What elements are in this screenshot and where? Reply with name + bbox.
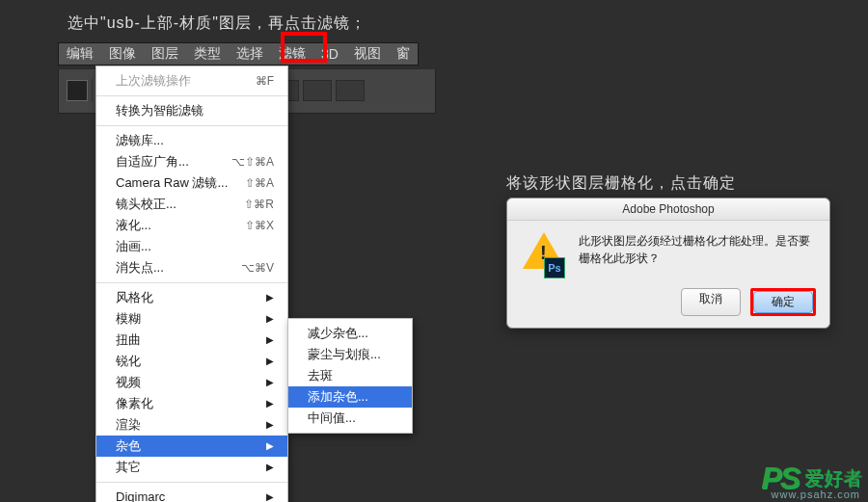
menu-item-pixelate[interactable]: 像素化▶ xyxy=(96,393,287,414)
menu-item-label: 视频 xyxy=(116,374,141,391)
menu-view[interactable]: 视图 xyxy=(346,42,389,66)
menu-item-liquify[interactable]: 液化... ⇧⌘X xyxy=(96,215,287,236)
menu-item-digimarc[interactable]: Digimarc▶ xyxy=(96,487,287,502)
highlight-ok-button: 确定 xyxy=(750,288,816,316)
menu-separator xyxy=(96,95,287,96)
submenu-arrow-icon: ▶ xyxy=(266,374,274,391)
menu-type[interactable]: 类型 xyxy=(186,42,229,66)
menu-item-distort[interactable]: 扭曲▶ xyxy=(96,330,287,351)
instruction-caption-2: 将该形状图层栅格化，点击确定 xyxy=(506,173,736,194)
menu-image[interactable]: 图像 xyxy=(101,42,144,66)
menu-item-shortcut: ⌥⇧⌘A xyxy=(231,153,274,171)
menu-item-sharpen[interactable]: 锐化▶ xyxy=(96,351,287,372)
menu-item-camera-raw[interactable]: Camera Raw 滤镜... ⇧⌘A xyxy=(96,172,287,194)
ok-button[interactable]: 确定 xyxy=(753,291,813,313)
rasterize-dialog: Adobe Photoshop ! Ps 此形状图层必须经过栅格化才能处理。是否… xyxy=(506,198,830,329)
menu-select[interactable]: 选择 xyxy=(229,42,271,66)
separator xyxy=(92,79,93,102)
menu-item-filter-gallery[interactable]: 滤镜库... xyxy=(96,130,287,151)
menu-item-label: 消失点... xyxy=(116,259,164,277)
submenu-arrow-icon: ▶ xyxy=(266,395,274,412)
menu-separator xyxy=(96,282,287,283)
opt-block[interactable] xyxy=(336,80,365,101)
submenu-arrow-icon: ▶ xyxy=(266,331,274,349)
tool-preset[interactable] xyxy=(67,80,88,101)
menu-item-oil-paint[interactable]: 油画... xyxy=(96,236,287,257)
menu-item-label: 添加杂色... xyxy=(308,388,368,406)
submenu-arrow-icon: ▶ xyxy=(266,437,274,455)
menu-item-noise[interactable]: 杂色▶ xyxy=(96,436,287,457)
menu-item-label: 扭曲 xyxy=(116,331,141,349)
menu-item-label: 减少杂色... xyxy=(308,325,368,342)
menu-item-blur[interactable]: 模糊▶ xyxy=(96,308,287,330)
menu-item-shortcut: ⇧⌘R xyxy=(244,196,274,213)
menu-item-video[interactable]: 视频▶ xyxy=(96,372,287,393)
menu-item-label: Digimarc xyxy=(116,489,165,502)
menu-item-label: 上次滤镜操作 xyxy=(116,72,191,90)
warning-icon: ! Ps xyxy=(521,232,569,280)
menu-item-label: 镜头校正... xyxy=(116,196,176,213)
noise-submenu: 减少杂色... 蒙尘与划痕... 去斑 添加杂色... 中间值... xyxy=(287,318,413,434)
menu-item-label: 风格化 xyxy=(116,289,153,306)
watermark-text: 爱好者 xyxy=(804,465,862,491)
menu-item-vanishing-point[interactable]: 消失点... ⌥⌘V xyxy=(96,257,287,278)
menu-item-shortcut: ⇧⌘X xyxy=(245,217,274,234)
menu-item-label: 渲染 xyxy=(116,416,141,434)
opt-block[interactable] xyxy=(303,80,332,101)
submenu-arrow-icon: ▶ xyxy=(266,289,274,306)
submenu-item-add-noise[interactable]: 添加杂色... xyxy=(288,386,412,408)
menu-item-last-filter[interactable]: 上次滤镜操作 ⌘F xyxy=(96,70,287,92)
submenu-arrow-icon: ▶ xyxy=(266,310,274,328)
submenu-arrow-icon: ▶ xyxy=(266,489,274,502)
app-menubar: 编辑 图像 图层 类型 选择 滤镜 3D 视图 窗 xyxy=(58,42,419,66)
menu-item-lens-correction[interactable]: 镜头校正... ⇧⌘R xyxy=(96,194,287,215)
menu-item-render[interactable]: 渲染▶ xyxy=(96,414,287,436)
submenu-arrow-icon: ▶ xyxy=(266,459,274,476)
menu-item-label: 液化... xyxy=(116,217,151,234)
menu-edit[interactable]: 编辑 xyxy=(59,42,101,66)
menu-item-label: 蒙尘与划痕... xyxy=(308,346,381,363)
menu-item-shortcut: ⇧⌘A xyxy=(245,174,274,192)
submenu-item-reduce-noise[interactable]: 减少杂色... xyxy=(288,323,412,344)
submenu-item-dust-scratches[interactable]: 蒙尘与划痕... xyxy=(288,344,412,365)
menu-item-other[interactable]: 其它▶ xyxy=(96,457,287,478)
menu-item-convert-smart[interactable]: 转换为智能滤镜 xyxy=(96,100,287,121)
menu-item-label: 中间值... xyxy=(308,410,356,427)
ps-app-icon: Ps xyxy=(544,257,565,278)
menu-item-label: 其它 xyxy=(116,459,141,476)
menu-layer[interactable]: 图层 xyxy=(144,42,186,66)
menu-item-label: 转换为智能滤镜 xyxy=(116,102,203,119)
submenu-arrow-icon: ▶ xyxy=(266,416,274,434)
menu-item-shortcut: ⌥⌘V xyxy=(241,259,274,277)
menu-separator xyxy=(96,482,287,483)
menu-item-label: 模糊 xyxy=(116,310,141,328)
menu-item-label: 去斑 xyxy=(308,367,333,384)
menu-item-label: 锐化 xyxy=(116,353,141,370)
dialog-message: 此形状图层必须经过栅格化才能处理。是否要栅格化此形状？ xyxy=(579,232,816,280)
filter-menu: 上次滤镜操作 ⌘F 转换为智能滤镜 滤镜库... 自适应广角... ⌥⇧⌘A C… xyxy=(95,66,288,502)
menu-item-label: 油画... xyxy=(116,238,151,255)
menu-item-adaptive-wide[interactable]: 自适应广角... ⌥⇧⌘A xyxy=(96,151,287,172)
menu-item-shortcut: ⌘F xyxy=(256,72,274,90)
submenu-arrow-icon: ▶ xyxy=(266,353,274,370)
highlight-filter-menu xyxy=(281,32,327,63)
submenu-item-median[interactable]: 中间值... xyxy=(288,408,412,429)
watermark-url: www.psahz.com xyxy=(772,489,860,500)
cancel-button[interactable]: 取消 xyxy=(681,288,741,316)
dialog-title: Adobe Photoshop xyxy=(507,198,829,221)
menu-item-label: 滤镜库... xyxy=(116,132,164,149)
menu-separator xyxy=(96,125,287,126)
menu-window[interactable]: 窗 xyxy=(389,42,418,66)
menu-item-label: 自适应广角... xyxy=(116,153,189,171)
menu-item-label: Camera Raw 滤镜... xyxy=(116,174,228,192)
submenu-item-despeckle[interactable]: 去斑 xyxy=(288,365,412,386)
menu-item-label: 像素化 xyxy=(116,395,153,412)
instruction-caption-1: 选中"usb-上部-材质"图层，再点击滤镜； xyxy=(68,13,366,34)
menu-item-label: 杂色 xyxy=(116,437,141,455)
menu-item-stylize[interactable]: 风格化▶ xyxy=(96,287,287,308)
